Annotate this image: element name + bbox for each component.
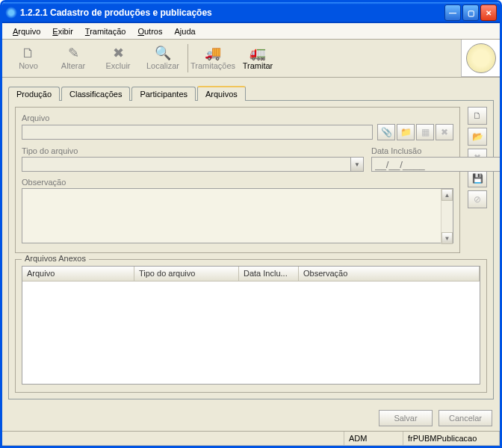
status-empty [1, 432, 344, 446]
tab-strip: Produção Classificações Participantes Ar… [8, 85, 494, 100]
grid-header: Arquivo Tipo do arquivo Data Inclu... Ob… [22, 267, 480, 281]
open-folder-button[interactable]: 📁 [397, 124, 415, 140]
org-logo [461, 40, 500, 77]
close-button[interactable]: ✕ [480, 4, 497, 21]
scroll-track[interactable] [441, 201, 453, 232]
obs-textarea[interactable] [22, 188, 453, 243]
paperclip-icon: 📎 [381, 127, 392, 137]
col-obs[interactable]: Observação [299, 267, 480, 281]
data-combo[interactable]: ▼ [371, 157, 453, 172]
titlebar: 1.2.2.1 Cadastro de produções e publicaç… [2, 2, 500, 23]
tipo-combo[interactable]: ▼ [22, 157, 364, 172]
folder-open-icon: 📂 [472, 131, 483, 142]
arquivo-input[interactable] [22, 125, 373, 140]
menu-ajuda[interactable]: Ajuda [170, 25, 199, 37]
view-button[interactable]: ▦ [416, 124, 434, 140]
side-save-button[interactable]: 💾 [468, 169, 487, 187]
forbid-icon: ⊘ [474, 194, 481, 205]
anexos-grid[interactable]: Arquivo Tipo do arquivo Data Inclu... Ob… [22, 266, 480, 385]
col-tipo[interactable]: Tipo do arquivo [134, 267, 239, 281]
grid-body[interactable] [22, 281, 480, 384]
toolbar: 🗋Novo ✎Alterar ✖Excluir 🔍Localizar 🚚Tram… [2, 40, 461, 77]
chevron-down-icon: ▼ [354, 161, 360, 168]
anexos-group: Arquivos Anexos Arquivo Tipo do arquivo … [15, 259, 487, 393]
tramitar-icon: 🚛 [250, 46, 266, 60]
remove-file-button[interactable]: ✖ [436, 124, 453, 140]
titlebar-buttons: — ▢ ✕ [444, 4, 497, 21]
data-input[interactable] [371, 157, 502, 172]
side-cancel-button[interactable]: ⊘ [468, 190, 487, 208]
toolbar-excluir: ✖Excluir [96, 43, 140, 74]
cancelar-button[interactable]: Cancelar [439, 410, 492, 426]
status-user: ADM [344, 432, 403, 446]
footer-buttons: Salvar Cancelar [2, 405, 500, 431]
maximize-button[interactable]: ▢ [462, 4, 479, 21]
data-label: Data Inclusão [371, 146, 453, 155]
file-detail-group: Arquivo 📎 📁 ▦ ✖ [15, 107, 460, 253]
menu-outros[interactable]: Outros [133, 25, 167, 37]
window-title: 1.2.2.1 Cadastro de produções e publicaç… [20, 7, 444, 18]
menu-tramitacao[interactable]: Tramitação [81, 25, 131, 37]
tramitacoes-icon: 🚚 [205, 46, 221, 60]
app-window: 1.2.2.1 Cadastro de produções e publicaç… [0, 0, 502, 448]
page-icon: 🗋 [473, 111, 482, 121]
menubar: Arquivo Exibir Tramitação Outros Ajuda [2, 23, 500, 40]
tabpanel-arquivos: Arquivo 📎 📁 ▦ ✖ [8, 100, 494, 399]
toolbar-localizar: 🔍Localizar [141, 43, 185, 74]
arquivo-label: Arquivo [22, 113, 453, 122]
search-icon: 🔍 [155, 46, 171, 60]
app-icon [5, 7, 17, 19]
folder-icon: 📁 [400, 127, 412, 137]
anexos-legend: Arquivos Anexos [22, 254, 89, 263]
x-icon: ✖ [441, 127, 448, 137]
arquivo-buttons: 📎 📁 ▦ ✖ [377, 124, 453, 140]
tab-producao[interactable]: Produção [8, 87, 60, 101]
tipo-input[interactable] [22, 157, 350, 172]
tab-classificacoes[interactable]: Classificações [61, 87, 130, 101]
col-arquivo[interactable]: Arquivo [22, 267, 134, 281]
window-body: Arquivo Exibir Tramitação Outros Ajuda 🗋… [2, 23, 500, 446]
menu-exibir[interactable]: Exibir [48, 25, 78, 37]
logo-seal-icon [466, 43, 496, 73]
statusbar: ADM frPUBMPublicacao [2, 431, 500, 446]
upper-area: Arquivo 📎 📁 ▦ ✖ [15, 107, 487, 253]
attach-button[interactable]: 📎 [377, 124, 395, 140]
toolbar-tramitar[interactable]: 🚛Tramitar [236, 43, 279, 74]
status-form: frPUBMPublicacao [403, 432, 500, 446]
menu-arquivo[interactable]: Arquivo [8, 25, 45, 37]
col-data[interactable]: Data Inclu... [239, 267, 299, 281]
tipo-dropdown-button[interactable]: ▼ [350, 157, 364, 172]
toolbar-separator [188, 44, 188, 72]
obs-wrap: ▲ ▼ [22, 188, 453, 245]
edit-icon: ✎ [68, 46, 79, 60]
obs-label: Observação [22, 178, 453, 187]
obs-scrollbar[interactable]: ▲ ▼ [441, 189, 453, 244]
image-icon: ▦ [421, 127, 430, 137]
toolbar-novo: 🗋Novo [7, 43, 50, 74]
new-icon: 🗋 [22, 46, 35, 60]
side-buttons: 🗋 📂 ✖ 💾 ⊘ [468, 107, 487, 253]
tab-participantes[interactable]: Participantes [131, 87, 196, 101]
scroll-down-icon[interactable]: ▼ [441, 232, 453, 244]
floppy-icon: 💾 [472, 173, 483, 184]
side-new-button[interactable]: 🗋 [468, 107, 487, 125]
side-open-button[interactable]: 📂 [468, 128, 487, 146]
minimize-button[interactable]: — [444, 4, 461, 21]
tipo-label: Tipo do arquivo [22, 146, 364, 155]
toolbar-row: 🗋Novo ✎Alterar ✖Excluir 🔍Localizar 🚚Tram… [2, 40, 500, 78]
salvar-button[interactable]: Salvar [379, 410, 433, 426]
tab-arquivos[interactable]: Arquivos [197, 86, 246, 101]
scroll-up-icon[interactable]: ▲ [441, 189, 453, 201]
delete-icon: ✖ [113, 46, 124, 60]
toolbar-tramitacoes: 🚚Tramitações [191, 43, 235, 74]
toolbar-alterar: ✎Alterar [52, 43, 95, 74]
